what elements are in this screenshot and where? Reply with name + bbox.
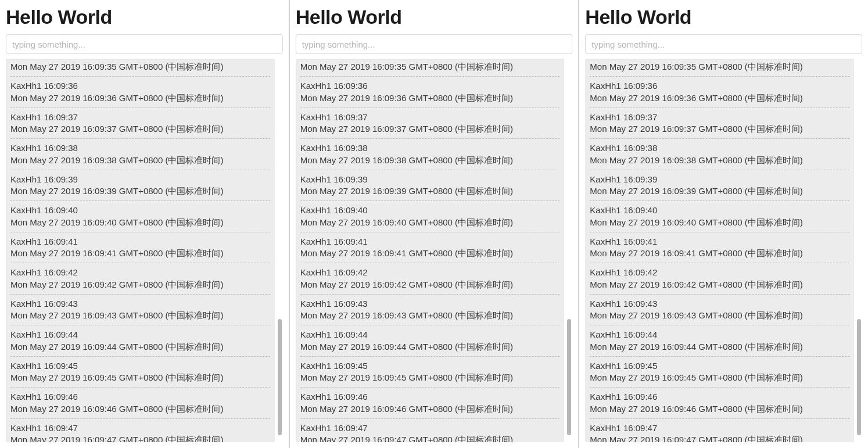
message-title: KaxHh1 16:09:39 — [10, 174, 270, 185]
message-title: KaxHh1 16:09:41 — [10, 236, 270, 248]
message-title: KaxHh1 16:09:42 — [300, 267, 560, 278]
list-item: KaxHh1 16:09:36Mon May 27 2019 16:09:36 … — [300, 77, 560, 108]
scrollbar-thumb[interactable] — [278, 319, 282, 435]
message-timestamp: Mon May 27 2019 16:09:43 GMT+0800 (中国标准时… — [590, 310, 849, 321]
list-item: KaxHh1 16:09:46Mon May 27 2019 16:09:46 … — [10, 388, 270, 419]
message-input[interactable] — [6, 34, 283, 54]
message-title: KaxHh1 16:09:38 — [10, 142, 270, 154]
message-timestamp: Mon May 27 2019 16:09:45 GMT+0800 (中国标准时… — [300, 372, 560, 384]
scrollbar-thumb[interactable] — [567, 319, 571, 435]
list-item: KaxHh1 16:09:37Mon May 27 2019 16:09:37 … — [10, 108, 270, 139]
list-item: KaxHh1 16:09:43Mon May 27 2019 16:09:43 … — [10, 295, 270, 326]
message-list-wrap: Mon May 27 2019 16:09:35 GMT+0800 (中国标准时… — [296, 59, 573, 442]
list-item: KaxHh1 16:09:46Mon May 27 2019 16:09:46 … — [590, 388, 849, 419]
list-item: KaxHh1 16:09:36Mon May 27 2019 16:09:36 … — [590, 77, 849, 108]
message-timestamp: Mon May 27 2019 16:09:39 GMT+0800 (中国标准时… — [10, 185, 270, 197]
list-item: KaxHh1 16:09:40Mon May 27 2019 16:09:40 … — [590, 201, 849, 232]
message-title: KaxHh1 16:09:47 — [10, 422, 270, 434]
message-title: KaxHh1 16:09:45 — [590, 360, 849, 372]
message-title: KaxHh1 16:09:39 — [300, 174, 560, 185]
message-timestamp: Mon May 27 2019 16:09:42 GMT+0800 (中国标准时… — [300, 279, 560, 291]
panel-2: Hello World Mon May 27 2019 16:09:35 GMT… — [579, 0, 868, 448]
message-timestamp: Mon May 27 2019 16:09:36 GMT+0800 (中国标准时… — [590, 92, 849, 104]
message-timestamp: Mon May 27 2019 16:09:46 GMT+0800 (中国标准时… — [590, 403, 849, 415]
list-item: KaxHh1 16:09:38Mon May 27 2019 16:09:38 … — [10, 139, 270, 170]
list-item: KaxHh1 16:09:42Mon May 27 2019 16:09:42 … — [10, 263, 270, 295]
message-title: KaxHh1 16:09:36 — [10, 80, 270, 92]
message-timestamp: Mon May 27 2019 16:09:38 GMT+0800 (中国标准时… — [590, 155, 849, 166]
message-timestamp: Mon May 27 2019 16:09:40 GMT+0800 (中国标准时… — [10, 217, 270, 228]
message-title: KaxHh1 16:09:42 — [10, 267, 270, 278]
message-timestamp: Mon May 27 2019 16:09:46 GMT+0800 (中国标准时… — [10, 403, 270, 415]
message-title: KaxHh1 16:09:40 — [590, 205, 849, 216]
list-item: KaxHh1 16:09:45Mon May 27 2019 16:09:45 … — [590, 357, 849, 388]
message-timestamp: Mon May 27 2019 16:09:40 GMT+0800 (中国标准时… — [300, 217, 560, 228]
message-title: KaxHh1 16:09:47 — [590, 422, 849, 434]
message-timestamp: Mon May 27 2019 16:09:45 GMT+0800 (中国标准时… — [10, 372, 270, 384]
page-title: Hello World — [6, 6, 283, 28]
message-title: KaxHh1 16:09:47 — [300, 422, 560, 434]
list-item: KaxHh1 16:09:42Mon May 27 2019 16:09:42 … — [590, 263, 849, 295]
list-item: KaxHh1 16:09:47Mon May 27 2019 16:09:47 … — [300, 419, 560, 442]
message-timestamp: Mon May 27 2019 16:09:41 GMT+0800 (中国标准时… — [590, 248, 849, 259]
message-timestamp: Mon May 27 2019 16:09:38 GMT+0800 (中国标准时… — [300, 155, 560, 166]
message-title: KaxHh1 16:09:41 — [300, 236, 560, 248]
list-item: KaxHh1 16:09:37Mon May 27 2019 16:09:37 … — [300, 108, 560, 139]
list-item: KaxHh1 16:09:46Mon May 27 2019 16:09:46 … — [300, 388, 560, 419]
list-item: KaxHh1 16:09:36Mon May 27 2019 16:09:36 … — [10, 77, 270, 108]
list-item: KaxHh1 16:09:47Mon May 27 2019 16:09:47 … — [590, 419, 849, 442]
message-timestamp: Mon May 27 2019 16:09:35 GMT+0800 (中国标准时… — [10, 61, 270, 73]
message-timestamp: Mon May 27 2019 16:09:41 GMT+0800 (中国标准时… — [300, 248, 560, 259]
message-timestamp: Mon May 27 2019 16:09:42 GMT+0800 (中国标准时… — [10, 279, 270, 291]
message-timestamp: Mon May 27 2019 16:09:47 GMT+0800 (中国标准时… — [590, 434, 849, 442]
message-timestamp: Mon May 27 2019 16:09:37 GMT+0800 (中国标准时… — [10, 123, 270, 135]
message-timestamp: Mon May 27 2019 16:09:45 GMT+0800 (中国标准时… — [590, 372, 849, 384]
message-timestamp: Mon May 27 2019 16:09:36 GMT+0800 (中国标准时… — [10, 92, 270, 104]
message-timestamp: Mon May 27 2019 16:09:46 GMT+0800 (中国标准时… — [300, 403, 560, 415]
scrollbar-thumb[interactable] — [857, 319, 861, 435]
message-list[interactable]: Mon May 27 2019 16:09:35 GMT+0800 (中国标准时… — [6, 59, 275, 442]
list-item: KaxHh1 16:09:37Mon May 27 2019 16:09:37 … — [590, 108, 849, 139]
list-item: KaxHh1 16:09:38Mon May 27 2019 16:09:38 … — [590, 139, 849, 170]
message-timestamp: Mon May 27 2019 16:09:42 GMT+0800 (中国标准时… — [590, 279, 849, 291]
message-title: KaxHh1 16:09:40 — [10, 205, 270, 216]
message-title: KaxHh1 16:09:38 — [300, 142, 560, 154]
list-item: KaxHh1 16:09:41Mon May 27 2019 16:09:41 … — [10, 232, 270, 264]
list-item: KaxHh1 16:09:39Mon May 27 2019 16:09:39 … — [590, 170, 849, 202]
message-title: KaxHh1 16:09:44 — [300, 329, 560, 341]
message-title: KaxHh1 16:09:45 — [10, 360, 270, 372]
message-title: KaxHh1 16:09:37 — [590, 112, 849, 123]
message-timestamp: Mon May 27 2019 16:09:41 GMT+0800 (中国标准时… — [10, 248, 270, 259]
message-timestamp: Mon May 27 2019 16:09:37 GMT+0800 (中国标准时… — [300, 123, 560, 135]
message-title: KaxHh1 16:09:42 — [590, 267, 849, 278]
message-title: KaxHh1 16:09:36 — [300, 80, 560, 92]
message-title: KaxHh1 16:09:43 — [590, 298, 849, 310]
list-item: KaxHh1 16:09:44Mon May 27 2019 16:09:44 … — [590, 325, 849, 357]
message-timestamp: Mon May 27 2019 16:09:38 GMT+0800 (中国标准时… — [10, 155, 270, 166]
message-timestamp: Mon May 27 2019 16:09:36 GMT+0800 (中国标准时… — [300, 92, 560, 104]
app-root: Hello World Mon May 27 2019 16:09:35 GMT… — [0, 0, 868, 448]
message-title: KaxHh1 16:09:46 — [590, 391, 849, 403]
list-item: KaxHh1 16:09:38Mon May 27 2019 16:09:38 … — [300, 139, 560, 170]
list-item: KaxHh1 16:09:40Mon May 27 2019 16:09:40 … — [10, 201, 270, 232]
message-input[interactable] — [585, 34, 862, 54]
message-timestamp: Mon May 27 2019 16:09:35 GMT+0800 (中国标准时… — [300, 61, 560, 73]
message-input[interactable] — [296, 34, 573, 54]
list-item: KaxHh1 16:09:43Mon May 27 2019 16:09:43 … — [300, 295, 560, 326]
message-list[interactable]: Mon May 27 2019 16:09:35 GMT+0800 (中国标准时… — [296, 59, 565, 442]
message-title: KaxHh1 16:09:39 — [590, 174, 849, 185]
message-title: KaxHh1 16:09:37 — [300, 112, 560, 123]
message-title: KaxHh1 16:09:44 — [10, 329, 270, 341]
message-timestamp: Mon May 27 2019 16:09:37 GMT+0800 (中国标准时… — [590, 123, 849, 135]
message-timestamp: Mon May 27 2019 16:09:47 GMT+0800 (中国标准时… — [300, 434, 560, 442]
message-list[interactable]: Mon May 27 2019 16:09:35 GMT+0800 (中国标准时… — [585, 59, 854, 442]
list-item: KaxHh1 16:09:40Mon May 27 2019 16:09:40 … — [300, 201, 560, 232]
page-title: Hello World — [296, 6, 573, 28]
list-item: KaxHh1 16:09:43Mon May 27 2019 16:09:43 … — [590, 295, 849, 326]
message-title: KaxHh1 16:09:44 — [590, 329, 849, 341]
message-title: KaxHh1 16:09:38 — [590, 142, 849, 154]
message-timestamp: Mon May 27 2019 16:09:44 GMT+0800 (中国标准时… — [10, 341, 270, 353]
message-title: KaxHh1 16:09:40 — [300, 205, 560, 216]
message-timestamp: Mon May 27 2019 16:09:39 GMT+0800 (中国标准时… — [300, 185, 560, 197]
message-title: KaxHh1 16:09:46 — [10, 391, 270, 403]
